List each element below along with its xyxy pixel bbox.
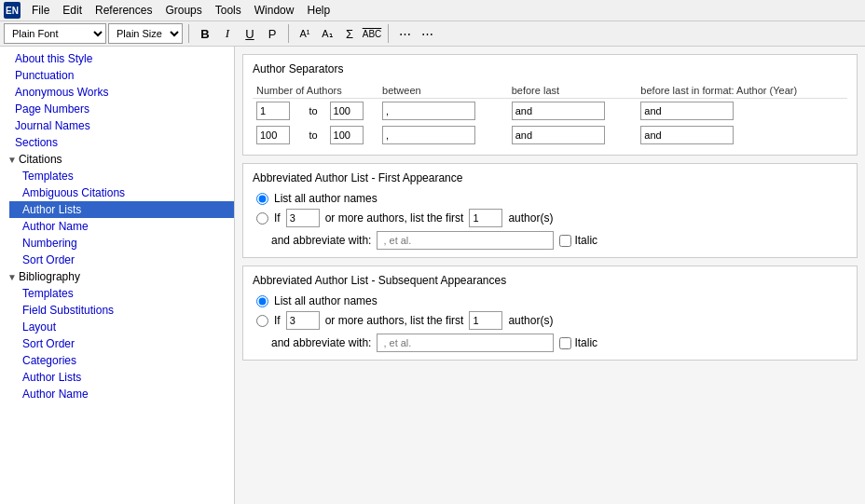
sidebar-item-anonymous[interactable]: Anonymous Works (0, 84, 234, 101)
sidebar-item-field-substitutions[interactable]: Field Substitutions (9, 302, 234, 319)
col-number-of-authors: Number of Authors (253, 83, 378, 99)
app-logo: EN (4, 2, 21, 19)
sidebar-item-citations-templates[interactable]: Templates (9, 168, 234, 184)
first-list-first-count[interactable] (469, 209, 502, 227)
subscript-button[interactable]: A₁ (317, 23, 337, 44)
subseq-radio-list-all-row: List all author names (256, 294, 847, 307)
sep-row1-before-last[interactable] (512, 102, 605, 120)
citations-group-label: Citations (19, 153, 62, 166)
citations-children: Templates Ambiguous Citations Author Lis… (0, 168, 234, 268)
abbreviated-first-box: Abbreviated Author List - First Appearan… (242, 163, 858, 258)
menu-window[interactable]: Window (249, 2, 300, 19)
subseq-italic-label[interactable]: Italic (574, 336, 597, 349)
sidebar: About this Style Punctuation Anonymous W… (0, 47, 235, 504)
italic-button[interactable]: I (217, 23, 238, 44)
subseq-italic-checkbox[interactable] (559, 337, 571, 349)
subseq-abbreviate-label: and abbreviate with: (271, 336, 371, 349)
sidebar-item-numbering[interactable]: Numbering (9, 235, 234, 252)
sep-row2-before-last[interactable] (512, 126, 605, 144)
sep-row1-from[interactable] (256, 102, 290, 120)
abbreviated-subsequent-box: Abbreviated Author List - Subsequent App… (242, 266, 858, 361)
sep-row2-to-label: to (305, 123, 325, 147)
author-separators-box: Author Separators Number of Authors betw… (242, 54, 858, 156)
align-right-button[interactable]: ⋯ (417, 23, 437, 44)
menu-references[interactable]: References (89, 2, 158, 19)
abc-button[interactable]: ABC (362, 23, 382, 44)
menu-groups[interactable]: Groups (159, 2, 207, 19)
sidebar-item-punctuation[interactable]: Punctuation (0, 67, 234, 84)
subseq-if-radio[interactable] (256, 315, 268, 327)
sidebar-item-author-lists[interactable]: Author Lists (9, 201, 234, 218)
subseq-list-all-label[interactable]: List all author names (274, 294, 378, 307)
menu-tools[interactable]: Tools (210, 2, 247, 19)
main-container: About this Style Punctuation Anonymous W… (0, 47, 865, 504)
subseq-italic-check: Italic (559, 336, 597, 349)
menu-help[interactable]: Help (301, 2, 336, 19)
citations-expand-icon: ▼ (7, 155, 17, 165)
subseq-if-count[interactable] (286, 311, 320, 330)
sep-row2-from[interactable] (256, 126, 290, 144)
sidebar-item-categories[interactable]: Categories (9, 352, 234, 369)
citations-group-header[interactable]: ▼ Citations (0, 151, 234, 168)
sidebar-item-layout[interactable]: Layout (9, 319, 234, 335)
first-italic-label[interactable]: Italic (574, 234, 597, 247)
bibliography-children: Templates Field Substitutions Layout Sor… (0, 285, 234, 402)
first-authors-label: author(s) (508, 211, 553, 225)
subseq-list-all-radio[interactable] (256, 295, 268, 307)
superscript-button[interactable]: A¹ (295, 23, 315, 44)
first-if-count[interactable] (286, 209, 320, 227)
bibliography-expand-icon: ▼ (7, 272, 17, 282)
sidebar-item-journal-names[interactable]: Journal Names (0, 117, 234, 134)
bold-button[interactable]: B (195, 23, 215, 44)
sidebar-item-sections[interactable]: Sections (0, 134, 234, 151)
sigma-button[interactable]: Σ (339, 23, 360, 44)
abbreviated-first-title: Abbreviated Author List - First Appearan… (253, 171, 847, 184)
subseq-or-more-label: or more authors, list the first (325, 314, 464, 327)
sidebar-item-author-name[interactable]: Author Name (9, 218, 234, 235)
sep-row-2: to (253, 123, 847, 147)
first-list-all-radio[interactable] (256, 193, 268, 205)
sep-row1-before-last-format[interactable] (640, 102, 734, 120)
sidebar-item-bib-sort-order[interactable]: Sort Order (9, 335, 234, 352)
subseq-if-label[interactable]: If (274, 314, 281, 327)
first-abbreviate-row: and abbreviate with: Italic (271, 231, 847, 250)
size-select[interactable]: Plain Size (108, 23, 183, 44)
first-if-label[interactable]: If (274, 211, 281, 225)
menu-edit[interactable]: Edit (57, 2, 88, 19)
sep-row1-between[interactable] (382, 102, 475, 120)
sep-row2-to[interactable] (330, 126, 364, 144)
sep-row2-before-last-format[interactable] (640, 126, 734, 144)
menu-file[interactable]: File (26, 2, 55, 19)
sep-row1-to-label: to (305, 99, 325, 124)
author-separators-title: Author Separators (253, 62, 847, 75)
plain-button[interactable]: P (262, 23, 282, 44)
abbreviated-subsequent-title: Abbreviated Author List - Subsequent App… (253, 274, 847, 287)
sidebar-item-bib-templates[interactable]: Templates (9, 285, 234, 302)
sep-row1-to[interactable] (330, 102, 364, 120)
first-or-more-label: or more authors, list the first (325, 211, 464, 225)
sidebar-item-page-numbers[interactable]: Page Numbers (0, 101, 234, 117)
sep-row2-between[interactable] (382, 126, 475, 144)
sidebar-item-sort-order[interactable]: Sort Order (9, 252, 234, 268)
first-abbreviate-label: and abbreviate with: (271, 234, 371, 247)
underline-button[interactable]: U (240, 23, 260, 44)
bibliography-group-header[interactable]: ▼ Bibliography (0, 268, 234, 285)
first-list-all-label[interactable]: List all author names (274, 192, 378, 205)
sidebar-item-bib-author-lists[interactable]: Author Lists (9, 369, 234, 386)
sep-row-1: to (253, 99, 847, 124)
align-left-button[interactable]: ⋯ (394, 23, 415, 44)
first-italic-checkbox[interactable] (559, 235, 571, 247)
bibliography-group-label: Bibliography (19, 270, 80, 283)
right-panel: Author Separators Number of Authors betw… (235, 47, 865, 504)
sidebar-item-about[interactable]: About this Style (0, 50, 234, 67)
subseq-abbreviate-input[interactable] (377, 334, 554, 352)
subseq-list-first-count[interactable] (469, 311, 502, 330)
first-radio-list-all-row: List all author names (256, 192, 847, 205)
sidebar-item-bib-author-name[interactable]: Author Name (9, 386, 234, 402)
sidebar-item-ambiguous-citations[interactable]: Ambiguous Citations (9, 184, 234, 201)
first-if-radio[interactable] (256, 212, 268, 225)
col-between: between (378, 83, 508, 99)
font-select[interactable]: Plain Font (4, 23, 106, 44)
first-abbreviate-input[interactable] (377, 231, 554, 250)
menubar: EN File Edit References Groups Tools Win… (0, 0, 865, 21)
